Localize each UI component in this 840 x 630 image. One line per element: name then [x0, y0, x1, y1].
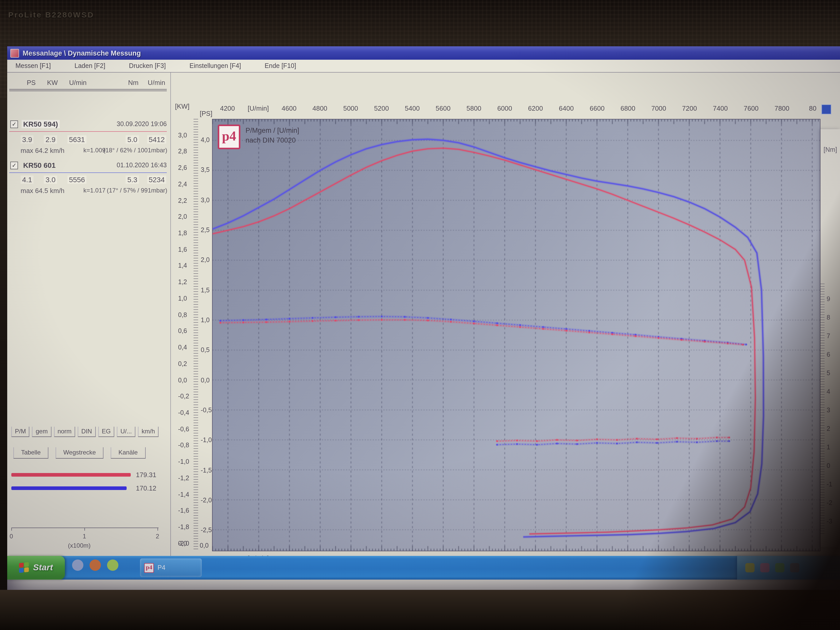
run-nm-umin: 5234 [147, 175, 166, 184]
view-button[interactable]: Wegstrecke [55, 447, 103, 459]
legend-value: 179.31 [136, 471, 156, 479]
view-button[interactable]: Tabelle [13, 447, 48, 459]
top-axis-label: 6800 [621, 104, 635, 112]
run-checkbox[interactable]: ✓ [10, 120, 18, 128]
col-ps: PS [27, 79, 36, 87]
monitor-model-text: ProLite B2280WSD [8, 10, 94, 19]
top-axis-label: 6000 [497, 104, 512, 112]
nm-axis-label: 1 [827, 444, 830, 451]
dyno-curves [213, 119, 820, 551]
unit-button[interactable]: km/h [138, 427, 158, 437]
top-axis-label: 5200 [374, 104, 389, 112]
run-name[interactable]: KR50 594) [22, 120, 60, 128]
menu-bar: Messen [F1]Laden [F2]Drucken [F3]Einstel… [7, 60, 840, 73]
nm-axis-label: 7 [827, 333, 830, 340]
scroll-button[interactable] [821, 104, 831, 114]
menu-item[interactable]: Ende [F10] [265, 62, 296, 69]
run-name[interactable]: KR50 601 [22, 161, 57, 169]
left-axis-tick-ruler [194, 119, 198, 551]
run-max-speed: max 64.2 km/h [21, 147, 65, 155]
window-titlebar: Messanlage \ Dynamische Messung [7, 46, 840, 60]
unit-button[interactable]: gem [32, 427, 52, 437]
ps-axis-label: 4,0 [201, 136, 210, 144]
quick-launch-icon[interactable] [90, 559, 101, 571]
distance-axis-label: 0 [9, 533, 13, 540]
unit-button[interactable]: DIN [78, 427, 95, 437]
menu-item[interactable]: Laden [F2] [75, 62, 106, 69]
kw-axis-label: 3,0 [178, 131, 187, 139]
unit-button-row: P/MgemnormDINEGU/...km/h [11, 427, 158, 437]
top-axis-label: 6200 [528, 104, 543, 112]
run-nm: 5.3 [126, 175, 139, 184]
run-rule [9, 131, 167, 132]
run-umin: 5631 [68, 135, 87, 144]
window-title: Messanlage \ Dynamische Messung [23, 49, 141, 57]
menu-item[interactable]: Einstellungen [F4] [189, 62, 241, 69]
run-checkbox[interactable]: ✓ [10, 161, 18, 169]
photo-of-monitor: ProLite B2280WSD Messanlage \ Dynamische… [0, 0, 840, 630]
unit-button[interactable]: norm [54, 427, 75, 437]
kw-axis-label: -1,0 [178, 458, 189, 465]
plot-title: P/Mgem / [U/min] nach DIN 70020 [246, 126, 299, 145]
windows-logo-icon [19, 562, 29, 573]
tray-icon[interactable] [760, 563, 769, 572]
quick-launch-icon[interactable] [107, 559, 118, 571]
nm-axis-label: 5 [827, 369, 830, 377]
top-axis-label: 7400 [713, 104, 728, 112]
runs-panel: PS KW U/min Nm U/min ✓ KR50 594) 30.09.2… [7, 73, 171, 556]
nm-axis-label: 0 [827, 462, 830, 469]
nm-axis-label: 8 [827, 314, 830, 321]
top-axis-label: 5000 [343, 104, 358, 112]
kw-axis-label: 1,4 [178, 262, 187, 270]
view-button[interactable]: Kanäle [111, 447, 145, 459]
ps-axis-label: 2,0 [201, 256, 210, 264]
start-button[interactable]: Start [7, 556, 65, 579]
taskbar: Start p4 P4 [7, 556, 840, 579]
kw-axis-label: 2,6 [178, 164, 187, 171]
baseline-ps: 0,0 [200, 542, 209, 549]
run-kw: 2.9 [44, 135, 57, 144]
monitor-screen: Messanlage \ Dynamische Messung Messen [… [7, 46, 840, 590]
ps-axis-label: 1,5 [201, 286, 210, 294]
kw-axis-label: -0,6 [178, 425, 189, 433]
top-axis-label: 7000 [651, 104, 666, 112]
ps-axis-label: -0,5 [201, 407, 212, 414]
unit-button[interactable]: EG [98, 427, 114, 437]
kw-axis-label: 0,2 [178, 360, 187, 368]
run-max-speed: max 64.5 km/h [21, 187, 65, 194]
unit-button[interactable]: U/... [117, 427, 135, 437]
top-axis-label: 80 [809, 104, 816, 112]
run-k-factor: k=1.009 [84, 147, 106, 154]
nm-axis-label: 3 [827, 407, 830, 414]
unit-button[interactable]: P/M [11, 427, 30, 437]
distance-axis [11, 527, 158, 528]
col-nm: Nm [128, 79, 139, 87]
col-kw: KW [47, 79, 58, 87]
menu-item[interactable]: Messen [F1] [16, 62, 51, 69]
task-button-p4[interactable]: p4 P4 [140, 559, 202, 577]
top-axis-label: 5400 [405, 104, 420, 112]
ps-axis-label: 3,5 [201, 166, 210, 174]
left-axis-unit-ps: [PS] [200, 110, 212, 117]
top-axis-label: 7800 [774, 104, 789, 112]
legend-value: 170.12 [136, 484, 156, 492]
run-row: ✓ KR50 594) 30.09.2020 19:06 [10, 120, 167, 128]
top-axis-label: 5800 [466, 104, 481, 112]
kw-axis-label: -0,2 [178, 393, 189, 400]
kw-axis-label: -1,4 [178, 491, 189, 498]
right-axis-tick-ruler [820, 284, 824, 536]
kw-axis-label: 0,8 [178, 311, 187, 318]
quick-launch-icon[interactable] [72, 559, 84, 571]
nm-axis-label: -3 [827, 518, 832, 525]
tray-icon[interactable] [790, 563, 799, 572]
distance-axis-label: 1 [83, 533, 86, 540]
tray-icon[interactable] [745, 563, 755, 572]
system-tray [737, 556, 840, 579]
app-icon [10, 49, 19, 57]
ps-axis-label: 3,0 [201, 196, 210, 204]
tray-icon[interactable] [775, 563, 785, 572]
menu-item[interactable]: Drucken [F3] [129, 62, 166, 69]
kw-axis-label: -1,2 [178, 475, 189, 482]
col-umin2: U/min [148, 79, 165, 87]
top-axis-label: [U/min] [248, 104, 269, 112]
